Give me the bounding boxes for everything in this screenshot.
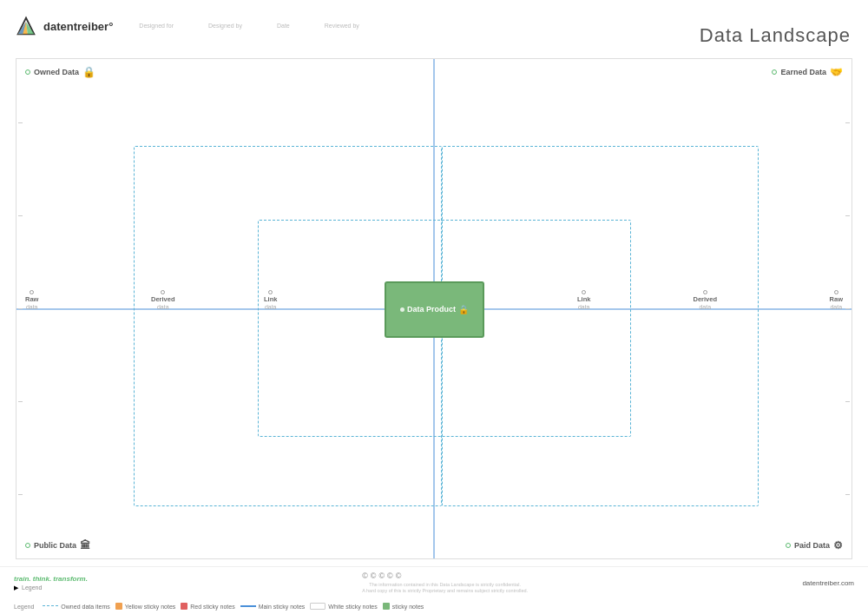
paid-data-icon: ⚙ [833, 539, 843, 551]
corner-paid-data: Paid Data ⚙ [786, 539, 843, 551]
legend-red-label: Red sticky notes [190, 604, 234, 610]
logo: datentreiber° [14, 14, 113, 38]
data-product-icon: 🔒 [458, 305, 469, 314]
legend-main: Main sticky notes [240, 604, 306, 610]
legend-red: Red sticky notes [181, 603, 234, 610]
corner-earned-data: Earned Data 🤝 [772, 66, 843, 78]
cc-icons: © © © © © [362, 571, 528, 580]
owned-data-icon: 🔒 [82, 66, 95, 78]
legend-dash-icon [43, 605, 58, 607]
legend-owned-label: Owned data items [61, 604, 109, 610]
footer: train. think. transform. ▶ Legend © © © … [0, 566, 868, 614]
main-canvas: Owned Data 🔒 Earned Data 🤝 Public Data 🏛… [16, 58, 852, 559]
public-data-label: Public Data [34, 541, 76, 550]
legend-owned: Owned data items [43, 604, 109, 610]
footer-top: train. think. transform. ▶ Legend © © © … [14, 571, 854, 594]
public-data-dot [25, 543, 30, 548]
header-meta: Designed for Designed by Date Reviewed b… [139, 23, 359, 30]
legend-yellow-label: Yellow sticky notes [125, 604, 176, 610]
website: datentreiber.com [802, 579, 854, 587]
data-product-dot [400, 307, 404, 312]
legend-yellow: Yellow sticky notes [115, 603, 176, 610]
header: datentreiber° Designed for Designed by D… [0, 0, 868, 52]
footer-center: © © © © © The information contained in t… [362, 571, 528, 594]
legend-bar: Legend Owned data items Yellow sticky no… [14, 603, 854, 610]
legend-expand-icon[interactable]: ▶ [14, 584, 18, 591]
legend-solid-icon [240, 605, 256, 607]
tagline: train. think. transform. [14, 575, 88, 583]
data-product-box[interactable]: Data Product 🔒 [385, 281, 484, 338]
legend-white-icon [310, 603, 326, 610]
corner-public-data: Public Data 🏛 [25, 539, 90, 551]
axis-raw-right: Raw data [830, 290, 843, 310]
axis-raw-left: Raw data [25, 290, 38, 310]
public-data-icon: 🏛 [80, 539, 90, 551]
legend-label: Legend [14, 604, 34, 610]
legend-white: White sticky notes [310, 603, 377, 610]
legend-gray-label: sticky notes [392, 604, 424, 610]
legend-gray: sticky notes [383, 603, 424, 610]
legend-gray-icon [383, 603, 390, 610]
logo-text: datentreiber° [43, 20, 113, 33]
legend-yellow-icon [115, 603, 122, 610]
legend-white-label: White sticky notes [328, 604, 377, 610]
legend-main-label: Main sticky notes [259, 604, 306, 610]
meta-designed-by: Designed by [208, 23, 242, 30]
meta-reviewed-by: Reviewed by [325, 23, 359, 30]
earned-data-icon: 🤝 [830, 66, 843, 78]
footer-note: The information contained in this Data L… [362, 582, 528, 594]
meta-designed-for: Designed for [139, 23, 174, 30]
logo-icon [14, 14, 38, 38]
data-product-label: Data Product [407, 305, 456, 314]
corner-owned-data: Owned Data 🔒 [25, 66, 95, 78]
owned-data-dot [25, 69, 30, 75]
earned-data-label: Earned Data [780, 68, 826, 76]
paid-data-label: Paid Data [794, 541, 830, 550]
earned-data-dot [772, 69, 777, 75]
legend-text: Legend [22, 584, 42, 591]
meta-date: Date [277, 23, 290, 30]
paid-data-dot [786, 543, 791, 548]
page-title: Data Landscape [700, 24, 851, 47]
footer-left: train. think. transform. ▶ Legend [14, 575, 88, 591]
owned-data-label: Owned Data [34, 68, 79, 76]
legend-red-icon [181, 603, 187, 610]
